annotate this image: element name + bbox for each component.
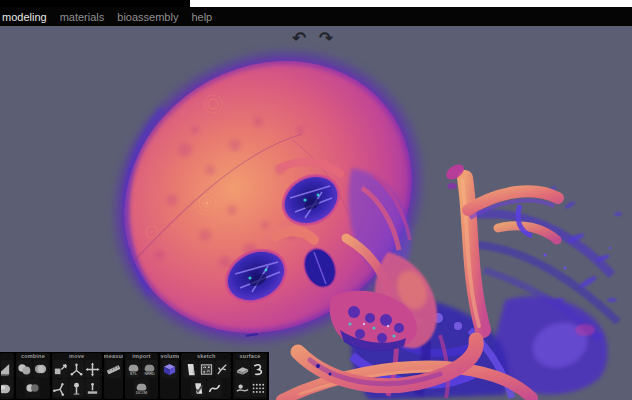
import-stl-icon: STL (126, 362, 141, 377)
surface-ball-button[interactable] (235, 379, 250, 397)
section-import: import STL NRRD DI (125, 353, 159, 399)
sketch-page-icon (183, 362, 198, 377)
combine-union-button[interactable] (17, 360, 32, 378)
section-label: volume (160, 353, 179, 360)
union-icon (17, 362, 32, 377)
surface-point-grid-icon (251, 381, 266, 396)
section-label (0, 353, 14, 360)
section-label: sketch (181, 353, 231, 360)
section-volume: volume (160, 353, 179, 399)
surface-curve-icon (251, 362, 266, 377)
section-sketch: sketch (181, 353, 231, 399)
cylinder-primitive-icon (1, 381, 12, 396)
menu-bioassembly[interactable]: bioassembly (117, 11, 178, 23)
tool-ribbon: combine mo (0, 352, 269, 400)
cylinder-primitive-button[interactable] (1, 379, 13, 397)
section-label: move (52, 353, 102, 360)
svg-text:STL: STL (130, 371, 138, 376)
sketch-freehand-icon (207, 381, 222, 396)
move-translate-button[interactable] (85, 360, 100, 378)
surface-ball-icon (235, 381, 250, 396)
subtract-icon (25, 381, 40, 396)
move-rotate-button[interactable] (69, 379, 84, 397)
import-dicom-icon: DICOM (134, 381, 149, 396)
import-nrrd-icon: NRRD (142, 362, 157, 377)
surface-slab-icon (235, 362, 250, 377)
move-grab-button[interactable] (53, 360, 68, 378)
import-dicom-button[interactable]: DICOM (134, 379, 149, 397)
rotate-pin-icon (69, 381, 84, 396)
grab-move-icon (53, 362, 68, 377)
menu-modeling[interactable]: modeling (2, 11, 47, 23)
sketch-pattern-button[interactable] (199, 360, 214, 378)
sketch-branch-icon (215, 362, 230, 377)
surface-curve-button[interactable] (251, 360, 266, 378)
svg-text:NRRD: NRRD (144, 372, 155, 376)
axis-jack-icon (69, 362, 84, 377)
undo-icon[interactable]: ↶ (290, 28, 308, 48)
import-stl-button[interactable]: STL (126, 360, 141, 378)
translate-cross-icon (85, 362, 100, 377)
move-align-floor-button[interactable] (85, 379, 100, 397)
svg-text:DICOM: DICOM (136, 391, 147, 395)
wedge-primitive-button[interactable] (1, 360, 13, 378)
menu-bar: modeling materials bioassembly help (0, 7, 632, 26)
surface-point-grid-button[interactable] (251, 379, 266, 397)
ruler-icon (106, 362, 121, 377)
axis-jack-alt-icon (53, 381, 68, 396)
section-label: import (125, 353, 159, 360)
volume-cube-icon (162, 362, 177, 377)
combine-subtract-button[interactable] (25, 379, 40, 397)
section-primitives (0, 353, 14, 399)
section-label: surface (233, 353, 267, 360)
import-nrrd-button[interactable]: NRRD (142, 360, 157, 378)
sketch-page-check-icon (191, 381, 206, 396)
window-edge-light (0, 0, 632, 7)
move-jack-button[interactable] (69, 360, 84, 378)
align-floor-icon (85, 381, 100, 396)
window-edge-dark (0, 0, 190, 7)
section-move: move (52, 353, 102, 399)
surface-slab-button[interactable] (235, 360, 250, 378)
sketch-pattern-icon (199, 362, 214, 377)
wedge-primitive-icon (1, 362, 12, 377)
sketch-freehand-button[interactable] (207, 379, 222, 397)
section-combine: combine (16, 353, 50, 399)
section-surface: surface (233, 353, 267, 399)
section-measure: measure (104, 353, 123, 399)
section-label: combine (16, 353, 50, 360)
volume-cube-button[interactable] (162, 360, 177, 378)
sketch-page-check-button[interactable] (191, 379, 206, 397)
menu-materials[interactable]: materials (60, 11, 105, 23)
menu-help[interactable]: help (191, 11, 212, 23)
sketch-page-button[interactable] (183, 360, 198, 378)
measure-ruler-button[interactable] (106, 360, 121, 378)
section-label: measure (104, 353, 123, 360)
intersect-icon (33, 362, 48, 377)
viewport-3d[interactable] (0, 26, 632, 400)
redo-icon[interactable]: ↷ (317, 28, 335, 48)
app-window: modeling materials bioassembly help ↶ ↷ (0, 0, 632, 400)
undo-redo-group: ↶ ↷ (290, 28, 335, 48)
combine-intersect-button[interactable] (33, 360, 48, 378)
move-jack-alt-button[interactable] (53, 379, 68, 397)
sketch-branch-button[interactable] (215, 360, 230, 378)
